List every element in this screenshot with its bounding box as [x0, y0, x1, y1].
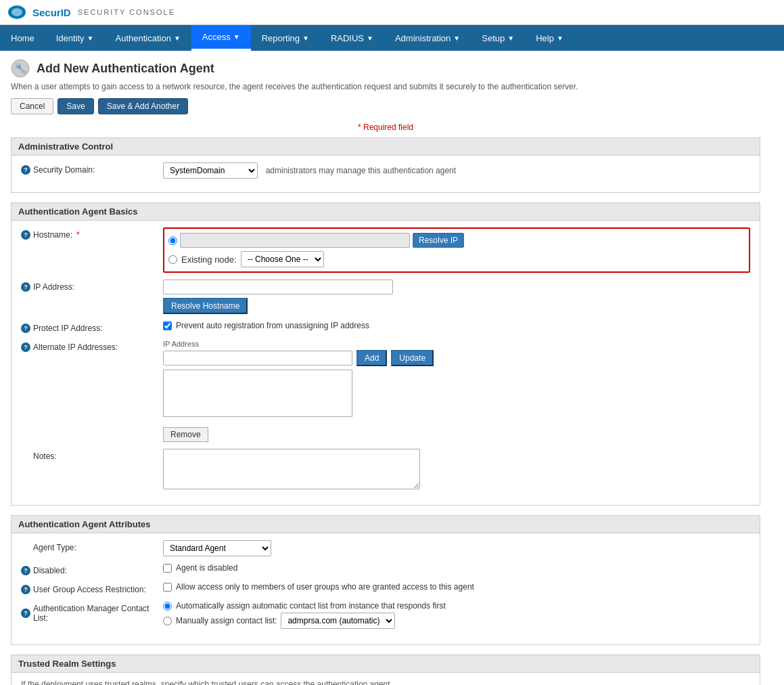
- auth-arrow: ▼: [174, 35, 181, 42]
- notes-label: Notes:: [21, 449, 163, 461]
- hostname-field: Resolve IP Existing node: -- Choose One …: [163, 227, 750, 273]
- alternate-ip-column-header: IP Address: [163, 340, 750, 348]
- hostname-existing-radio[interactable]: [168, 255, 177, 264]
- page-icon: 🔧: [11, 59, 30, 78]
- security-domain-row: ? Security Domain: SystemDomain administ…: [21, 162, 750, 179]
- radius-arrow: ▼: [367, 35, 373, 42]
- nav-identity[interactable]: Identity ▼: [45, 25, 105, 51]
- save-button-top[interactable]: Save: [57, 98, 93, 114]
- ip-help-icon[interactable]: ?: [21, 282, 30, 292]
- contact-list-auto-label: Automatically assign automatic contact l…: [176, 601, 446, 611]
- admin-control-section: Administrative Control ? Security Domain…: [11, 137, 760, 193]
- nav-reporting[interactable]: Reporting ▼: [251, 25, 320, 51]
- access-arrow: ▼: [233, 33, 240, 41]
- contact-list-manual-radio[interactable]: [163, 617, 172, 625]
- hostname-help-icon[interactable]: ?: [21, 230, 30, 240]
- help-arrow: ▼: [557, 35, 563, 42]
- agent-attributes-section: Authentication Agent Attributes Agent Ty…: [11, 515, 760, 645]
- nav-help[interactable]: Help ▼: [525, 25, 574, 51]
- agent-attributes-header: Authentication Agent Attributes: [11, 516, 760, 533]
- trusted-realm-section: Trusted Realm Settings If the deployment…: [11, 655, 760, 685]
- alternate-ip-list[interactable]: [163, 370, 352, 417]
- brand-name: SecurID: [32, 7, 71, 18]
- header: SecurID SECURITY CONSOLE: [0, 0, 784, 25]
- contact-list-auto-row: Automatically assign automatic contact l…: [163, 601, 750, 611]
- disabled-label: ? Disabled:: [21, 563, 163, 575]
- ip-address-field: Resolve Hostname: [163, 280, 750, 314]
- protect-ip-help-icon[interactable]: ?: [21, 324, 30, 333]
- contact-list-help-icon[interactable]: ?: [21, 609, 30, 618]
- remove-ip-button[interactable]: Remove: [163, 427, 208, 442]
- nav-radius[interactable]: RADIUS ▼: [320, 25, 384, 51]
- ip-address-input[interactable]: [163, 280, 393, 294]
- setup-arrow: ▼: [507, 35, 514, 42]
- nav-setup[interactable]: Setup ▼: [471, 25, 525, 51]
- notes-textarea[interactable]: [163, 449, 420, 489]
- nav-administration[interactable]: Administration ▼: [384, 25, 471, 51]
- protect-ip-checkbox-label: Prevent auto registration from unassigni…: [176, 321, 369, 330]
- trusted-realm-body: If the deployment uses trusted realms, s…: [11, 673, 760, 685]
- security-domain-label: ? Security Domain:: [21, 162, 163, 175]
- contact-list-dropdown[interactable]: admprsa.com (automatic): [281, 613, 395, 629]
- hostname-label: ? Hostname: *: [21, 227, 163, 240]
- ip-address-row: ? IP Address: Resolve Hostname: [21, 280, 750, 314]
- nav-access[interactable]: Access ▼: [191, 25, 251, 51]
- trusted-realm-header: Trusted Realm Settings: [11, 655, 760, 673]
- agent-basics-section: Authentication Agent Basics ? Hostname: …: [11, 202, 760, 506]
- disabled-help-icon[interactable]: ?: [21, 566, 30, 575]
- resolve-hostname-button[interactable]: Resolve Hostname: [163, 298, 248, 314]
- page-header: 🔧 Add New Authentication Agent: [11, 59, 760, 78]
- protect-ip-label: ? Protect IP Address:: [21, 321, 163, 333]
- hostname-row: ? Hostname: * Resolve IP Existing node:: [21, 227, 750, 273]
- user-group-help-icon[interactable]: ?: [21, 585, 30, 594]
- trusted-realm-description: If the deployment uses trusted realms, s…: [21, 680, 750, 685]
- security-domain-help-icon[interactable]: ?: [21, 165, 30, 175]
- contact-list-auto-radio[interactable]: [163, 602, 172, 611]
- agent-basics-header: Authentication Agent Basics: [11, 203, 760, 221]
- user-group-checkbox[interactable]: [163, 583, 172, 592]
- required-text: Required field: [363, 123, 413, 132]
- alternate-ip-field: IP Address Add Update Remove: [163, 340, 750, 442]
- required-note: * Required field: [11, 123, 760, 132]
- alternate-ip-input[interactable]: [163, 351, 352, 366]
- hostname-required-star: *: [76, 230, 80, 240]
- alternate-ip-help-icon[interactable]: ?: [21, 342, 30, 352]
- protect-ip-row: ? Protect IP Address: Prevent auto regis…: [21, 321, 750, 333]
- agent-type-field: Standard Agent Communication Server Web …: [163, 540, 750, 556]
- protect-ip-checkbox[interactable]: [163, 322, 172, 330]
- nav-home[interactable]: Home: [0, 25, 45, 51]
- protect-ip-field: Prevent auto registration from unassigni…: [163, 321, 750, 330]
- agent-attributes-body: Agent Type: Standard Agent Communication…: [11, 533, 760, 644]
- hostname-input[interactable]: [180, 233, 410, 248]
- hostname-section-border: Resolve IP Existing node: -- Choose One …: [163, 227, 750, 273]
- alternate-ip-input-row: Add Update: [163, 350, 750, 366]
- user-group-label: ? User Group Access Restriction:: [21, 582, 163, 594]
- save-add-another-button-top[interactable]: Save & Add Another: [98, 98, 188, 114]
- contact-list-row: ? Authentication Manager Contact List: A…: [21, 601, 750, 631]
- agent-type-select[interactable]: Standard Agent Communication Server Web …: [163, 540, 271, 556]
- svg-point-1: [11, 8, 22, 16]
- alternate-ip-label: ? Alternate IP Addresses:: [21, 340, 163, 352]
- brand-subtitle: SECURITY CONSOLE: [78, 8, 175, 16]
- securid-logo-icon: [8, 5, 26, 19]
- update-ip-button[interactable]: Update: [391, 350, 434, 366]
- security-domain-select[interactable]: SystemDomain: [163, 162, 258, 179]
- admin-control-body: ? Security Domain: SystemDomain administ…: [11, 156, 760, 192]
- resolve-ip-button[interactable]: Resolve IP: [413, 233, 464, 248]
- existing-node-select[interactable]: -- Choose One --: [241, 251, 324, 267]
- admin-control-header: Administrative Control: [11, 138, 760, 156]
- agent-type-label: Agent Type:: [21, 540, 163, 552]
- hostname-new-radio[interactable]: [168, 236, 177, 245]
- user-group-checkbox-label: Allow access only to members of user gro…: [176, 582, 474, 592]
- svg-text:🔧: 🔧: [15, 63, 27, 74]
- security-domain-field: SystemDomain administrators may manage t…: [163, 162, 750, 179]
- cancel-button-top[interactable]: Cancel: [11, 98, 53, 114]
- top-button-row: Cancel Save Save & Add Another: [11, 98, 760, 114]
- add-ip-button[interactable]: Add: [356, 350, 387, 366]
- nav-authentication[interactable]: Authentication ▼: [105, 25, 191, 51]
- ip-address-label: ? IP Address:: [21, 280, 163, 292]
- page-content: 🔧 Add New Authentication Agent When a us…: [0, 51, 771, 685]
- disabled-checkbox[interactable]: [163, 564, 172, 573]
- security-domain-note: administrators may manage this authentic…: [266, 166, 457, 175]
- admin-arrow: ▼: [453, 35, 460, 42]
